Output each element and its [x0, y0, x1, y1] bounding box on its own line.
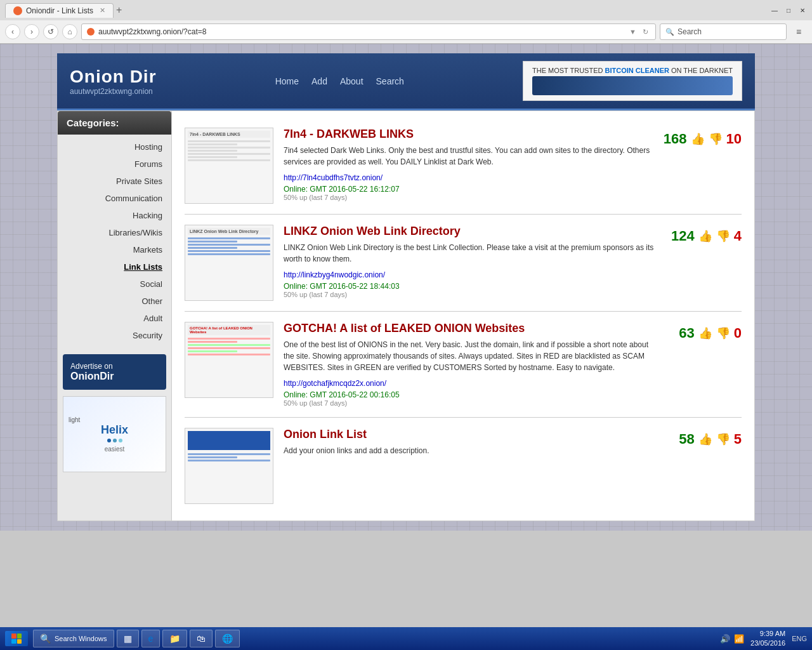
browser-search-placeholder: Search	[678, 27, 702, 36]
listing-thumb-1: 7in4 - DARKWEB LINKS	[185, 128, 273, 204]
thumb-placeholder-1: 7in4 - DARKWEB LINKS	[185, 128, 273, 203]
thumbs-up-icon-3[interactable]: 👍	[698, 326, 712, 340]
thumbs-up-icon-4[interactable]: 👍	[698, 432, 712, 446]
listing-desc-1: 7in4 selected Dark Web Links. Only the b…	[284, 145, 653, 168]
sidebar-items: Hosting Forums Private Sites Communicati…	[58, 135, 171, 348]
listing-votes-4: 58 👍 👎 5	[665, 428, 742, 504]
site-header: Onion Dir auutwvpt2zktxwng.onion Home Ad…	[57, 53, 755, 109]
sidebar-item-link-lists[interactable]: Link Lists	[58, 258, 171, 275]
thumb-header-2: LINKZ Onion Web Link Directory	[188, 228, 270, 235]
t3l2	[188, 341, 237, 343]
vote-count-2: 124 👍 👎 4	[671, 228, 742, 244]
t4l3	[188, 460, 270, 461]
forward-button[interactable]: ›	[24, 24, 39, 39]
new-tab-button[interactable]: +	[116, 4, 122, 16]
back-button[interactable]: ‹	[5, 24, 20, 39]
listing-info-1: 7In4 - DARKWEB LINKS 7in4 selected Dark …	[284, 128, 653, 204]
browser-search-bar[interactable]: 🔍 Search	[660, 23, 787, 40]
t3l3	[188, 344, 270, 346]
thumb-placeholder-2: LINKZ Onion Web Link Directory	[185, 225, 273, 300]
tab-close-button[interactable]: ✕	[100, 6, 105, 15]
t1l1	[188, 140, 270, 142]
sidebar-item-other[interactable]: Other	[58, 293, 171, 310]
minimize-button[interactable]: —	[770, 6, 779, 15]
thumb-header-1: 7in4 - DARKWEB LINKS	[188, 131, 270, 138]
helix-dot-3	[119, 439, 122, 442]
listing-title-4[interactable]: Onion Link List	[284, 428, 655, 441]
thumbs-down-icon-1[interactable]: 👎	[709, 132, 723, 146]
url-reload[interactable]: ↻	[641, 28, 650, 36]
votes-up-count-1: 168	[664, 131, 687, 147]
t2l4	[188, 247, 237, 249]
banner-line1: THE MOST TRUSTED	[532, 67, 605, 74]
nav-about[interactable]: About	[340, 76, 363, 86]
search-icon: 🔍	[665, 28, 674, 36]
ad-image-area[interactable]: light Helix easiest	[63, 396, 166, 472]
thumbs-up-icon-2[interactable]: 👍	[698, 229, 712, 243]
listing-url-1[interactable]: http://7ln4cubdfhs7tvtz.onion/	[284, 173, 383, 182]
sidebar-item-security[interactable]: Security	[58, 327, 171, 344]
t1l4	[188, 150, 237, 152]
t3l1	[188, 338, 270, 340]
nav-search[interactable]: Search	[376, 76, 404, 86]
thumbs-up-icon-1[interactable]: 👍	[691, 132, 705, 146]
thumbs-down-icon-3[interactable]: 👎	[716, 326, 730, 340]
listing-thumb-4	[185, 428, 273, 504]
site-nav: Home Add About Search	[275, 76, 404, 86]
t1l2	[188, 143, 237, 145]
t2l2	[188, 241, 237, 242]
t3l5	[188, 350, 237, 352]
sidebar-item-private-sites[interactable]: Private Sites	[58, 173, 171, 190]
sidebar-item-forums[interactable]: Forums	[58, 156, 171, 173]
thumb-placeholder-4	[185, 428, 273, 503]
maximize-button[interactable]: □	[784, 6, 793, 15]
banner-image	[532, 76, 733, 95]
browser-tab[interactable]: Oniondir - Link Lists ✕	[5, 3, 114, 18]
votes-up-count-4: 58	[679, 431, 694, 448]
banner-bitcoin: BITCOIN CLEANER	[605, 67, 669, 74]
listing-uptime-3: 50% up (last 7 days)	[284, 399, 655, 407]
tab-title: Oniondir - Link Lists	[26, 6, 93, 15]
browser-menu-button[interactable]: ≡	[790, 23, 807, 40]
site-title: Onion Dir	[70, 67, 157, 87]
listing-title-1[interactable]: 7In4 - DARKWEB LINKS	[284, 128, 653, 141]
header-banner: THE MOST TRUSTED BITCOIN CLEANER ON THE …	[523, 61, 742, 101]
url-bookmark[interactable]: ▼	[627, 28, 638, 36]
thumbs-down-icon-4[interactable]: 👎	[716, 432, 730, 446]
nav-add[interactable]: Add	[311, 76, 327, 86]
votes-down-count-1: 10	[726, 131, 742, 147]
home-button[interactable]: ⌂	[62, 24, 77, 39]
close-window-button[interactable]: ✕	[798, 6, 807, 15]
t2l6	[188, 253, 270, 255]
listing-title-3[interactable]: GOTCHA! A list of LEAKED ONION Websites	[284, 322, 655, 335]
ad-title: Advertise on	[70, 362, 159, 371]
helix-ad: light Helix easiest	[63, 397, 166, 472]
votes-down-count-4: 5	[734, 431, 742, 448]
t3l4	[188, 347, 270, 349]
sidebar-title: Categories:	[58, 111, 171, 135]
nav-home[interactable]: Home	[275, 76, 299, 86]
url-input[interactable]: auutwvpt2zktxwng.onion/?cat=8 ▼ ↻	[81, 23, 656, 40]
helix-easiest-text: easiest	[105, 446, 125, 453]
sidebar-item-hosting[interactable]: Hosting	[58, 138, 171, 156]
t2l1	[188, 237, 270, 239]
sidebar-item-markets[interactable]: Markets	[58, 241, 171, 258]
listing-url-2[interactable]: http://linkzbyg4nwodgic.onion/	[284, 270, 385, 279]
sidebar-item-communication[interactable]: Communication	[58, 190, 171, 207]
votes-up-count-2: 124	[671, 228, 695, 244]
address-bar: ‹ › ↺ ⌂ auutwvpt2zktxwng.onion/?cat=8 ▼ …	[0, 20, 812, 43]
thumbs-down-icon-2[interactable]: 👎	[716, 229, 730, 243]
listing-title-2[interactable]: LINKZ Onion Web Link Directory	[284, 225, 655, 238]
listing-votes-3: 63 👍 👎 0	[665, 322, 742, 407]
listing-desc-2: LINKZ Onion Web Link Directory is the be…	[284, 242, 655, 265]
content-area: Categories: Hosting Forums Private Sites…	[57, 110, 755, 521]
listing-url-3[interactable]: http://gotchafjkmcqdz2x.onion/	[284, 379, 386, 388]
helix-dots	[107, 439, 122, 442]
sidebar-item-adult[interactable]: Adult	[58, 310, 171, 327]
sidebar-item-hacking[interactable]: Hacking	[58, 207, 171, 224]
sidebar-item-libraries[interactable]: Libraries/Wikis	[58, 224, 171, 241]
url-actions: ▼ ↻	[627, 28, 650, 36]
vote-count-4: 58 👍 👎 5	[679, 431, 742, 448]
refresh-button[interactable]: ↺	[43, 24, 58, 39]
sidebar-item-social[interactable]: Social	[58, 275, 171, 293]
